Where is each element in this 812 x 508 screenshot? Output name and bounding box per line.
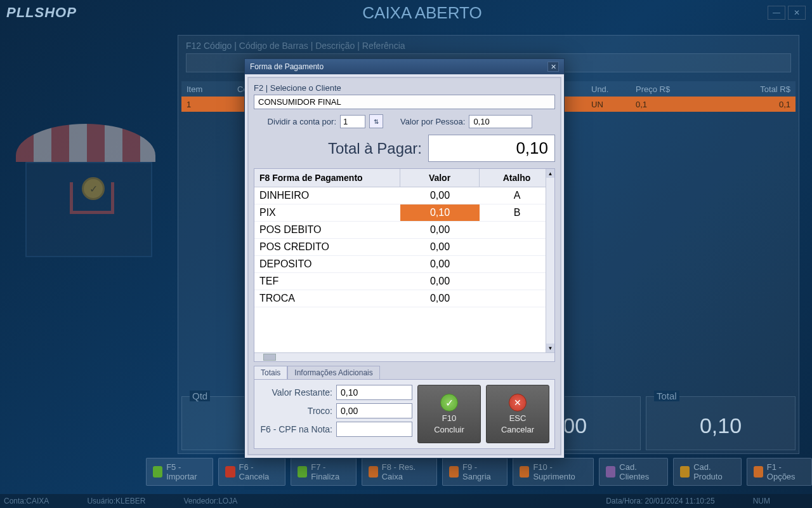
payment-row[interactable]: POS CREDITO0,00 xyxy=(254,239,554,256)
payment-table: F8 Forma de Pagamento Valor Atalho DINHE… xyxy=(254,168,555,362)
status-conta: Conta:CAIXA xyxy=(4,497,49,505)
payment-row[interactable]: PIX0,10B xyxy=(254,204,554,222)
restante-input[interactable] xyxy=(336,385,412,400)
toolbar-icon xyxy=(449,466,459,478)
col-total: Total R$ xyxy=(707,84,796,94)
toolbar-button[interactable]: F10 - Suprimento xyxy=(513,458,594,486)
cancelar-button[interactable]: ✕ ESC Cancelar xyxy=(486,385,549,443)
troco-input[interactable] xyxy=(336,403,412,418)
toolbar-button[interactable]: F6 - Cancela xyxy=(218,458,285,486)
divide-spinner[interactable]: ⇅ xyxy=(369,114,383,128)
vpp-input[interactable] xyxy=(469,115,532,128)
total-input[interactable] xyxy=(428,135,555,162)
toolbar-icon xyxy=(369,466,378,478)
payment-modal: Forma de Pagamento ✕ F2 | Selecione o Cl… xyxy=(244,58,565,458)
status-vendedor: Vendedor:LOJA xyxy=(183,497,237,505)
toolbar-icon xyxy=(606,466,615,478)
payment-row[interactable]: TEF0,00 xyxy=(254,273,554,290)
toolbar-button[interactable]: F1 - Opções xyxy=(747,458,812,486)
tab-totais[interactable]: Totais xyxy=(254,366,287,379)
toolbar-icon xyxy=(754,466,763,478)
toolbar-button[interactable]: F5 - Importar xyxy=(146,458,213,486)
total-label: Total à Pagar: xyxy=(254,140,422,157)
status-data: Data/Hora: 20/01/2024 11:10:25 xyxy=(606,497,714,505)
restante-label: Valor Restante: xyxy=(259,387,336,398)
toolbar-icon xyxy=(153,466,162,478)
client-input[interactable] xyxy=(254,95,555,109)
store-illustration: ✓ xyxy=(16,111,162,264)
cpf-label: F6 - CPF na Nota: xyxy=(259,424,336,434)
divide-input[interactable] xyxy=(340,115,365,128)
modal-close-button[interactable]: ✕ xyxy=(547,62,559,72)
troco-label: Troco: xyxy=(259,406,336,416)
toolbar-button[interactable]: F7 - Finaliza xyxy=(291,458,356,486)
app-brand: PLLSHOP xyxy=(6,4,77,21)
col-atalho: Atalho xyxy=(480,169,554,187)
tab-info[interactable]: Informações Adicionais xyxy=(287,366,379,379)
client-label: F2 | Selecione o Cliente xyxy=(254,83,555,93)
toolbar-button[interactable]: F9 - Sangria xyxy=(442,458,508,486)
modal-title: Forma de Pagamento xyxy=(250,62,324,71)
cancel-icon: ✕ xyxy=(509,394,527,411)
payment-row[interactable]: DEPOSITO0,00 xyxy=(254,256,554,273)
col-valor: Valor xyxy=(400,169,480,187)
toolbar-button[interactable]: F8 - Res. Caixa xyxy=(362,458,437,486)
toolbar-icon xyxy=(680,466,690,478)
concluir-button[interactable]: ✓ F10 Concluir xyxy=(417,385,481,443)
close-button[interactable]: ✕ xyxy=(788,6,806,20)
toolbar-icon xyxy=(225,466,235,478)
check-icon: ✓ xyxy=(440,394,458,411)
status-num: NUM xyxy=(753,497,770,505)
footer-total: Total0,10 xyxy=(646,396,796,450)
toolbar-button[interactable]: Cad. Clientes xyxy=(599,458,668,486)
col-forma: F8 Forma de Pagamento xyxy=(254,169,400,187)
payment-row[interactable]: DINHEIRO0,00A xyxy=(254,187,554,204)
col-und: Und. xyxy=(586,84,631,94)
horizontal-scrollbar[interactable] xyxy=(254,352,554,361)
page-title: CAIXA ABERTO xyxy=(77,3,768,23)
cpf-input[interactable] xyxy=(336,422,412,437)
col-preco: Preço R$ xyxy=(631,84,707,94)
divide-label: Dividir a conta por: xyxy=(254,117,336,126)
toolbar-icon xyxy=(298,466,307,478)
toolbar-button[interactable]: Cad. Produto xyxy=(673,458,742,486)
vertical-scrollbar[interactable]: ▲▼ xyxy=(546,169,554,352)
status-usuario: Usuário:KLEBER xyxy=(87,497,145,505)
toolbar-icon xyxy=(520,466,529,478)
minimize-button[interactable]: — xyxy=(768,6,785,20)
payment-row[interactable]: POS DEBITO0,00 xyxy=(254,222,554,239)
search-label: F12 Código | Código de Barras | Descriçã… xyxy=(186,41,405,51)
col-item: Item xyxy=(181,84,232,94)
vpp-label: Valor por Pessoa: xyxy=(400,117,465,126)
payment-row[interactable]: TROCA0,00 xyxy=(254,290,554,307)
